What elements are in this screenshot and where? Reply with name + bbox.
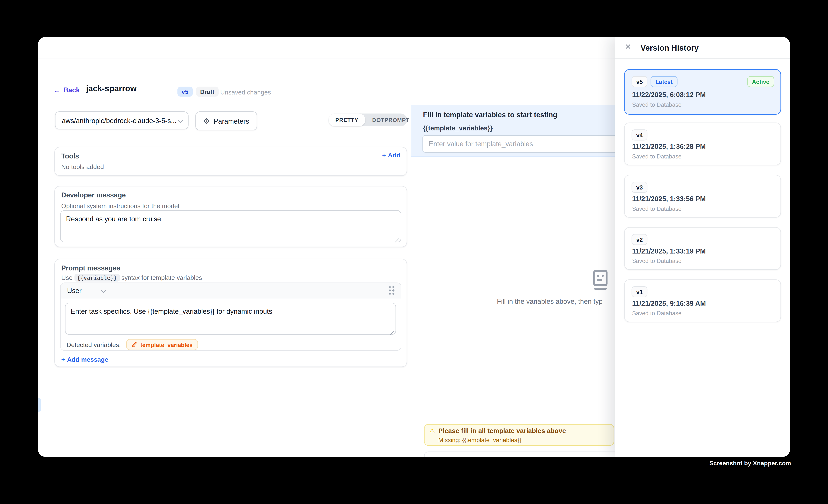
version-timestamp: 11/22/2025, 6:08:12 PM <box>632 91 706 99</box>
warning-icon: ⚠ <box>429 427 435 434</box>
back-label: Back <box>64 86 80 94</box>
back-arrow-icon: ← <box>53 86 60 94</box>
version-timestamp: 11/21/2025, 1:36:28 PM <box>632 143 706 151</box>
add-tool-label: Add <box>388 152 400 159</box>
hint-prefix: Use <box>61 274 73 281</box>
app-window: ← Back jack-sparrow v5 Draft Unsaved cha… <box>38 37 790 457</box>
missing-variables-warning: ⚠ Please fill in all template variables … <box>424 424 614 446</box>
version-card-v5[interactable]: v5 Latest Active 11/22/2025, 6:08:12 PM … <box>624 69 781 115</box>
version-status: Saved to Database <box>632 258 681 264</box>
active-badge: Active <box>747 76 774 87</box>
user-message-textarea[interactable]: Enter task specifics. Use {{template_var… <box>65 303 396 335</box>
version-badge: v5 <box>177 87 193 96</box>
latest-badge: Latest <box>651 76 677 87</box>
version-status: Saved to Database <box>632 153 681 160</box>
prompt-messages-hint: Use {{variable}} syntax for template var… <box>61 274 202 281</box>
gear-icon: ⚙ <box>203 117 210 125</box>
no-tools-text: No tools added <box>61 163 104 170</box>
version-id-badge: v5 <box>631 76 648 87</box>
version-id-badge: v4 <box>631 129 648 140</box>
version-card-v4[interactable]: v4 11/21/2025, 1:36:28 PM Saved to Datab… <box>624 123 781 165</box>
chevron-down-icon <box>178 117 184 123</box>
watermark-text: Screenshot by Xnapper.com <box>709 460 791 466</box>
version-status: Saved to Database <box>632 310 681 317</box>
view-mode-toggle: PRETTY DOTPROMPT <box>328 114 407 126</box>
version-id-badge: v1 <box>631 286 648 297</box>
detected-variable-name: template_variables <box>140 341 193 348</box>
role-select[interactable]: User <box>67 287 81 294</box>
prompt-messages-card: Prompt messages Use {{variable}} syntax … <box>54 259 407 367</box>
add-message-button[interactable]: +Add message <box>61 356 109 363</box>
message-role-header: User <box>61 283 401 298</box>
version-status: Saved to Database <box>632 206 681 212</box>
add-message-label: Add message <box>67 356 108 363</box>
hint-suffix: syntax for template variables <box>121 274 202 281</box>
variable-syntax-chip: {{variable}} <box>74 274 120 281</box>
version-history-panel: × Version History v5 Latest Active 11/22… <box>615 37 790 457</box>
version-history-header: × Version History <box>615 37 790 58</box>
version-history-title: Version History <box>640 43 699 52</box>
parameters-label: Parameters <box>214 117 249 125</box>
edge-tab-notch <box>38 398 41 412</box>
chevron-down-icon[interactable] <box>101 287 107 293</box>
message-block: User Enter task specifics. Use {{templat… <box>60 283 401 351</box>
fill-variables-heading: Fill in template variables to start test… <box>423 111 557 119</box>
model-select-value: aws/anthropic/bedrock-claude-3-5-s... <box>62 117 178 124</box>
tools-card: Tools +Add No tools added <box>54 147 407 176</box>
back-button[interactable]: ← Back <box>53 86 80 94</box>
developer-message-textarea[interactable]: Respond as you are tom cruise <box>60 210 401 242</box>
version-timestamp: 11/21/2025, 9:16:39 AM <box>632 299 706 307</box>
draft-badge: Draft <box>196 87 218 96</box>
warning-title: Please fill in all template variables ab… <box>438 427 566 434</box>
prompt-messages-title: Prompt messages <box>61 264 120 272</box>
model-select[interactable]: aws/anthropic/bedrock-claude-3-5-s... <box>55 112 189 129</box>
plus-icon: + <box>382 152 386 159</box>
drag-handle-icon[interactable] <box>389 286 395 295</box>
screenshot-stage: ← Back jack-sparrow v5 Draft Unsaved cha… <box>0 0 828 504</box>
developer-message-card: Developer message Optional system instru… <box>54 186 407 247</box>
developer-message-subtitle: Optional system instructions for the mod… <box>61 202 179 210</box>
version-card-v2[interactable]: v2 11/21/2025, 1:33:19 PM Saved to Datab… <box>624 227 781 270</box>
bot-face-icon <box>593 270 608 290</box>
version-card-v1[interactable]: v1 11/21/2025, 9:16:39 AM Saved to Datab… <box>624 279 781 322</box>
toggle-pretty[interactable]: PRETTY <box>328 114 365 126</box>
warning-detail: Missing: {{template_variables}} <box>438 437 521 443</box>
version-timestamp: 11/21/2025, 1:33:56 PM <box>632 195 706 203</box>
version-id-badge: v3 <box>631 182 648 193</box>
detected-variables-label: Detected variables: <box>67 341 121 348</box>
version-card-v3[interactable]: v3 11/21/2025, 1:33:56 PM Saved to Datab… <box>624 175 781 217</box>
page-title: jack-sparrow <box>86 84 136 93</box>
plus-icon: + <box>61 356 65 363</box>
template-variable-label: {{template_variables}} <box>423 125 493 132</box>
version-status: Saved to Database <box>632 101 681 108</box>
empty-state-text: Fill in the variables above, then typ <box>497 297 603 305</box>
version-id-badge: v2 <box>631 234 648 245</box>
toggle-dotprompt[interactable]: DOTPROMPT <box>365 114 416 126</box>
detected-variable-chip[interactable]: template_variables <box>126 339 198 350</box>
version-timestamp: 11/21/2025, 1:33:19 PM <box>632 247 706 255</box>
close-icon[interactable]: × <box>625 41 631 53</box>
parameters-button[interactable]: ⚙ Parameters <box>195 112 257 130</box>
add-tool-button[interactable]: +Add <box>382 152 400 159</box>
tools-title: Tools <box>61 152 79 160</box>
pencil-line-icon <box>131 342 137 348</box>
developer-message-title: Developer message <box>61 191 126 199</box>
unsaved-changes-text: Unsaved changes <box>220 89 271 96</box>
